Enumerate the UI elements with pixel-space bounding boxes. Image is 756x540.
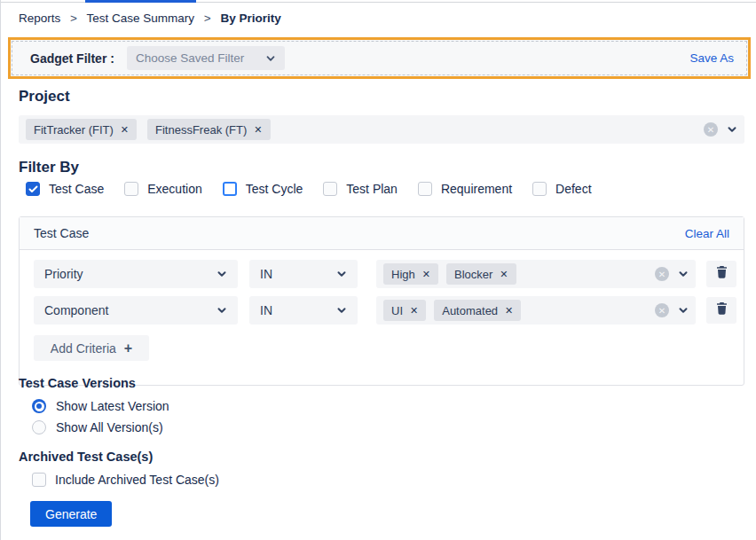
chevron-down-icon[interactable] <box>678 269 689 279</box>
select-controls: ✕ <box>655 267 689 281</box>
select-controls: ✕ <box>704 122 737 137</box>
operator-dropdown-value: IN <box>260 303 272 317</box>
filter-option-test-plan[interactable]: Test Plan <box>323 182 398 196</box>
filter-option-requirement[interactable]: Requirement <box>418 182 512 196</box>
chevron-down-icon <box>217 269 227 279</box>
include-archived-label: Include Archived Test Case(s) <box>55 473 219 487</box>
value-chip-label: Blocker <box>454 268 492 281</box>
filter-option-label: Test Plan <box>346 182 398 196</box>
filter-option-label: Requirement <box>441 182 512 196</box>
breadcrumb-reports[interactable]: Reports <box>19 12 60 25</box>
value-chip-label: Automated <box>442 304 498 317</box>
criteria-row-component: Component IN UI ✕ <box>34 296 736 325</box>
project-chip-label: FitnessFreak (FT) <box>155 123 247 137</box>
checkbox-icon[interactable] <box>532 182 547 196</box>
radio-show-all-versions[interactable]: Show All Version(s) <box>32 420 163 434</box>
filter-option-label: Defect <box>555 182 591 196</box>
select-controls: ✕ <box>655 303 689 317</box>
chip-remove-icon[interactable]: ✕ <box>410 305 418 317</box>
radio-label: Show All Version(s) <box>56 420 163 434</box>
chip-remove-icon[interactable]: ✕ <box>422 269 430 280</box>
add-criteria-button[interactable]: Add Criteria + <box>34 335 149 361</box>
filter-by-options: Test Case Execution Test Cycle Test Plan… <box>26 182 612 196</box>
filter-option-label: Test Cycle <box>246 182 303 196</box>
value-chip-label: UI <box>391 304 403 317</box>
breadcrumb-by-priority: By Priority <box>220 12 280 25</box>
chevron-down-icon <box>336 305 347 316</box>
save-as-link[interactable]: Save As <box>689 51 734 65</box>
checkbox-focused-icon[interactable] <box>223 182 237 196</box>
filter-option-label: Test Case <box>49 182 104 196</box>
project-chip: FitTracker (FIT) ✕ <box>26 119 137 140</box>
filter-option-test-cycle[interactable]: Test Cycle <box>223 182 303 196</box>
include-archived-checkbox-group[interactable]: Include Archived Test Case(s) <box>32 473 219 487</box>
breadcrumb: Reports > Test Case Summary > By Priorit… <box>19 12 281 25</box>
chip-remove-icon[interactable]: ✕ <box>505 305 513 317</box>
field-dropdown[interactable]: Component <box>34 296 238 325</box>
field-dropdown[interactable]: Priority <box>34 260 238 288</box>
operator-dropdown[interactable]: IN <box>249 296 358 325</box>
chip-remove-icon[interactable]: ✕ <box>121 124 129 136</box>
radio-label: Show Latest Version <box>56 399 169 413</box>
saved-filter-dropdown[interactable]: Choose Saved Filter <box>127 46 285 70</box>
filter-option-defect[interactable]: Defect <box>532 182 591 196</box>
values-multiselect[interactable]: High ✕ Blocker ✕ ✕ <box>376 260 696 288</box>
chevron-down-icon <box>265 53 276 64</box>
criteria-panel-body: Priority IN High ✕ <box>20 250 744 361</box>
criteria-panel-header: Test Case Clear All <box>20 217 744 250</box>
generate-button[interactable]: Generate <box>30 501 112 527</box>
criteria-panel-title: Test Case <box>34 226 89 240</box>
chevron-down-icon <box>217 305 227 316</box>
field-dropdown-value: Component <box>44 303 108 317</box>
checkbox-checked-icon[interactable] <box>26 182 40 196</box>
clear-all-link[interactable]: Clear All <box>685 227 729 240</box>
filter-option-label: Execution <box>147 182 201 196</box>
field-dropdown-value: Priority <box>44 267 83 281</box>
operator-dropdown[interactable]: IN <box>249 260 358 288</box>
value-chip: Automated ✕ <box>434 300 521 321</box>
saved-filter-placeholder: Choose Saved Filter <box>136 51 265 65</box>
clear-all-values-icon[interactable]: ✕ <box>655 303 669 317</box>
breadcrumb-test-case-summary[interactable]: Test Case Summary <box>86 12 194 25</box>
report-filter-page: Reports > Test Case Summary > By Priorit… <box>0 0 756 540</box>
trash-icon <box>715 301 728 319</box>
radio-show-latest-version[interactable]: Show Latest Version <box>32 399 169 413</box>
clear-all-values-icon[interactable]: ✕ <box>655 267 669 281</box>
chevron-down-icon <box>336 269 347 279</box>
chevron-down-icon[interactable] <box>727 124 737 135</box>
value-chip: UI ✕ <box>383 300 426 321</box>
breadcrumb-separator: > <box>204 12 211 25</box>
top-accent-bar <box>85 0 196 3</box>
values-multiselect[interactable]: UI ✕ Automated ✕ ✕ <box>376 296 696 325</box>
project-multiselect[interactable]: FitTracker (FIT) ✕ FitnessFreak (FT) ✕ ✕ <box>19 115 744 144</box>
chip-remove-icon[interactable]: ✕ <box>500 269 508 280</box>
add-criteria-label: Add Criteria <box>51 341 116 356</box>
radio-icon[interactable] <box>32 420 46 434</box>
plus-icon: + <box>124 340 132 356</box>
checkbox-icon[interactable] <box>124 182 138 196</box>
delete-criteria-button[interactable] <box>706 261 736 287</box>
operator-dropdown-value: IN <box>260 267 272 281</box>
gadget-filter-bar: Gadget Filter : Choose Saved Filter Save… <box>8 37 751 79</box>
test-case-criteria-panel: Test Case Clear All Priority IN <box>19 216 744 386</box>
radio-selected-icon[interactable] <box>32 399 46 413</box>
chip-remove-icon[interactable]: ✕ <box>254 124 262 136</box>
checkbox-icon[interactable] <box>32 473 46 487</box>
trash-icon <box>715 265 728 283</box>
project-heading: Project <box>19 88 70 106</box>
filter-option-execution[interactable]: Execution <box>124 182 201 196</box>
gadget-filter-label: Gadget Filter : <box>30 51 114 66</box>
value-chip: Blocker ✕ <box>446 263 516 285</box>
project-chip: FitnessFreak (FT) ✕ <box>147 119 271 140</box>
clear-all-values-icon[interactable]: ✕ <box>704 122 718 137</box>
delete-criteria-button[interactable] <box>706 297 736 324</box>
archived-test-cases-heading: Archived Test Case(s) <box>19 450 153 464</box>
checkbox-icon[interactable] <box>323 182 337 196</box>
checkbox-icon[interactable] <box>418 182 432 196</box>
filter-option-test-case[interactable]: Test Case <box>26 182 104 196</box>
chevron-down-icon[interactable] <box>678 305 689 316</box>
test-case-versions-heading: Test Case Versions <box>19 376 136 390</box>
value-chip: High ✕ <box>383 263 438 285</box>
breadcrumb-separator: > <box>70 12 77 25</box>
project-chip-label: FitTracker (FIT) <box>34 123 114 137</box>
